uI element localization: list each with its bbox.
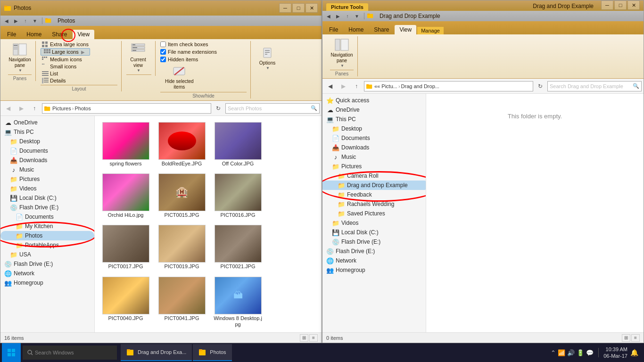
status-grid-btn-left[interactable]: ⊞ [300,334,308,342]
sidebar-item-documents[interactable]: 📄 Documents [0,146,94,156]
sidebar-flashe-right[interactable]: 💿 Flash Drive (E:) [322,237,426,247]
sidebar-rachealswedding[interactable]: 📁 Rachaels Wedding [322,199,426,209]
sidebar-item-usa[interactable]: 📁 USA [0,250,94,259]
file-boldredeye[interactable]: BoldRedEye.JPG [155,120,209,169]
start-button[interactable] [2,343,21,362]
address-bar-right[interactable]: «« Pictu... › Drag and Drop... [364,81,533,91]
tab-share-left[interactable]: Share [47,30,72,39]
taskbar-notification[interactable]: 🔔 [630,349,638,356]
qa-forward-btn[interactable]: ▶ [12,16,20,25]
file-spring-flowers[interactable]: spring flowers [99,120,153,169]
maximize-btn-left[interactable]: □ [292,3,305,13]
sidebar-item-onedrive[interactable]: ☁ OneDrive [0,118,94,127]
back-btn-right[interactable]: ◀ [324,81,336,92]
hide-selected-btn[interactable]: Hide selecteditems [164,63,195,91]
qa-forward-btn-right[interactable]: ▶ [334,12,342,20]
tab-home-left[interactable]: Home [22,30,46,39]
nav-pane-btn[interactable]: Navigationpane ▼ [8,41,32,74]
sidebar-homegroup-right[interactable]: 👥 Homegroup [322,265,426,275]
sidebar-item-downloads[interactable]: 📥 Downloads [0,156,94,165]
status-grid-btn-right[interactable]: ⊞ [622,334,630,342]
sidebar-item-localc[interactable]: 💾 Local Disk (C:) [0,193,94,203]
medium-icons-btn[interactable]: Medium icons [41,56,90,63]
close-btn-right[interactable]: ✕ [627,0,640,10]
qa-back-btn[interactable]: ◀ [2,16,11,25]
qa-up-btn-right[interactable]: ↑ [343,12,352,20]
up-btn-left[interactable]: ↑ [29,103,40,114]
sidebar-videos-right[interactable]: 📁 Videos [322,218,426,228]
sidebar-item-photos[interactable]: 📁 Photos [0,231,94,240]
sidebar-item-music[interactable]: ♪ Music [0,165,94,174]
address-bar-left[interactable]: Pictures › Photos [42,103,211,114]
tab-share-right[interactable]: Share [369,25,394,34]
sidebar-music-right[interactable]: ♪ Music [322,152,426,162]
refresh-btn-left[interactable]: ↻ [213,103,223,114]
sidebar-item-flash2[interactable]: 💿 Flash Drive (E:) [0,259,94,269]
sidebar-item-thispc[interactable]: 💻 This PC [0,127,94,137]
sidebar-item-documents2[interactable]: 📄 Documents [0,212,94,222]
list-btn[interactable]: List [41,70,90,77]
qa-expand-btn-right[interactable]: ▼ [353,12,361,20]
sidebar-docs-right[interactable]: 📄 Documents [322,133,426,143]
sidebar-localc-right[interactable]: 💾 Local Disk (C:) [322,228,426,237]
file-pict0041[interactable]: PICT0041.JPG [155,274,209,330]
forward-btn-right[interactable]: ▶ [338,81,349,92]
item-checkboxes-checkbox[interactable] [160,41,166,47]
extra-large-icons-btn[interactable]: Extra large icons [41,41,90,48]
sidebar-item-videos[interactable]: 📁 Videos [0,184,94,193]
file-windows8[interactable]: 🏔 Windows 8 Desktop.jpg [211,274,265,330]
sidebar-quickaccess[interactable]: ⭐ Quick access [322,96,426,105]
tray-arrow[interactable]: ⌃ [551,349,556,356]
status-list-btn-right[interactable]: ≡ [631,334,640,342]
sidebar-item-portableapps[interactable]: 📁 PortableApps [0,240,94,250]
file-pict0016[interactable]: PICT0016.JPG [211,171,265,221]
tab-file-right[interactable]: File [324,25,343,34]
file-pict0019[interactable]: PICT0019.JPG [155,222,209,272]
large-icons-btn[interactable]: Large icons ▶ [41,48,90,56]
qa-up-btn[interactable]: ↑ [21,16,30,25]
status-list-btn-left[interactable]: ≡ [309,334,318,342]
sidebar-desktop-right[interactable]: 📁 Desktop [322,124,426,133]
file-pict0015[interactable]: 🏨 PICT0015.JPG [155,171,209,221]
tray-sound[interactable]: 🔊 [567,349,575,356]
taskbar-item-dragdrop[interactable]: Drag and Drop Exa... [121,344,192,361]
tray-network[interactable]: 📶 [558,349,565,356]
sidebar-item-mykitchen[interactable]: 📁 My Kitchen [0,222,94,231]
tab-view-right[interactable]: View [395,25,416,34]
file-pict0017[interactable]: PICT0017.JPG [99,222,153,272]
small-icons-btn[interactable]: Small icons [41,63,90,70]
tab-view-left[interactable]: View [73,30,94,39]
minimize-btn-right[interactable]: ─ [601,0,613,10]
sidebar-item-flashe[interactable]: 💿 Flash Drive (E:) [0,203,94,212]
taskbar-item-photos[interactable]: Photos [193,344,231,361]
nav-pane-btn-right[interactable]: Navigationpane ▼ [330,36,354,69]
tray-battery[interactable]: 🔋 [577,349,584,356]
sidebar-pictures-right[interactable]: 📁 Pictures [322,162,426,171]
sidebar-savedpictures[interactable]: 📁 Saved Pictures [322,209,426,218]
sidebar-item-homegroup[interactable]: 👥 Homegroup [0,278,94,288]
sidebar-thispc-right[interactable]: 💻 This PC [322,115,426,124]
file-orchidhilo[interactable]: Orchid HiLo.jpg [99,171,153,221]
file-offcolor[interactable]: Off Color.JPG [211,120,265,169]
maximize-btn-right[interactable]: □ [614,0,627,10]
qa-back-btn-right[interactable]: ◀ [324,12,333,20]
sidebar-cameraroll[interactable]: 📁 Camera Roll [322,171,426,181]
file-pict0040[interactable]: PICT0040.JPG [99,274,153,330]
minimize-btn-left[interactable]: ─ [279,3,291,13]
file-ext-checkbox[interactable] [160,49,166,55]
tab-manage-right[interactable]: Manage [417,27,444,34]
sidebar-dragdrop[interactable]: 📁 Drag and Drop Example [322,181,426,190]
sidebar-onedrive-right[interactable]: ☁ OneDrive [322,105,426,115]
file-pict0021[interactable]: PICT0021.JPG [211,222,265,272]
forward-btn-left[interactable]: ▶ [16,103,27,114]
sidebar-downloads-right[interactable]: 📥 Downloads [322,143,426,152]
tray-message[interactable]: 💬 [586,349,594,356]
sidebar-network-right[interactable]: 🌐 Network [322,256,426,265]
qa-expand-btn[interactable]: ▼ [31,16,39,25]
up-btn-right[interactable]: ↑ [351,81,362,92]
back-btn-left[interactable]: ◀ [2,103,14,114]
sidebar-item-pictures[interactable]: 📁 Pictures [0,174,94,184]
sidebar-flash2-right[interactable]: 💿 Flash Drive (E:) [322,247,426,256]
sidebar-item-desktop[interactable]: 📁 Desktop [0,137,94,146]
taskbar-search[interactable]: Search Windows [23,346,117,360]
